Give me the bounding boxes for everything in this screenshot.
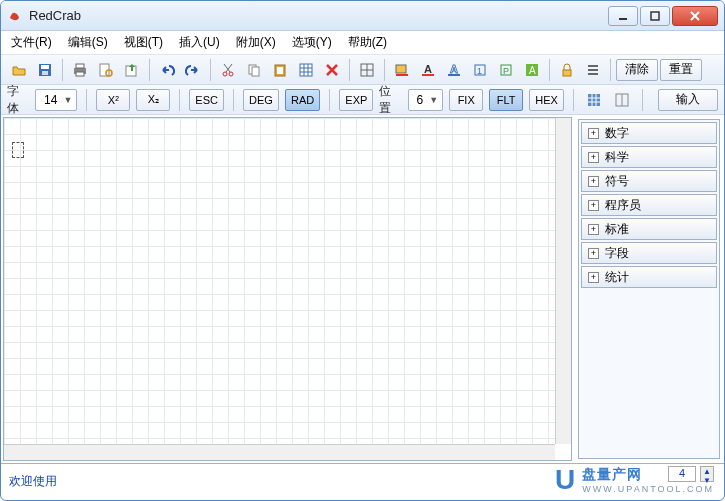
- grid-view-icon[interactable]: [583, 88, 605, 112]
- menu-view[interactable]: 视图(T): [124, 34, 163, 51]
- menubar: 文件(R) 编辑(S) 视图(T) 插入(U) 附加(X) 选项(Y) 帮助(Z…: [1, 31, 724, 55]
- text-cursor: [12, 142, 24, 158]
- open-icon[interactable]: [7, 58, 31, 82]
- font-color-icon[interactable]: A: [416, 58, 440, 82]
- category-label: 程序员: [605, 197, 641, 214]
- deg-button[interactable]: DEG: [243, 89, 279, 111]
- position-value: 6: [417, 93, 424, 107]
- format2-icon[interactable]: P: [494, 58, 518, 82]
- expand-icon: +: [588, 152, 599, 163]
- vertical-scrollbar[interactable]: [555, 118, 571, 444]
- svg-rect-6: [42, 71, 48, 75]
- export-icon[interactable]: [120, 58, 144, 82]
- expand-icon: +: [588, 200, 599, 211]
- category-fields[interactable]: +字段: [581, 242, 717, 264]
- highlight-icon[interactable]: A: [520, 58, 544, 82]
- position-dropdown[interactable]: 6 ▼: [408, 89, 444, 111]
- close-button[interactable]: [672, 6, 718, 26]
- grid-icon[interactable]: [294, 58, 318, 82]
- category-symbols[interactable]: +符号: [581, 170, 717, 192]
- view-mode-icon[interactable]: [611, 88, 633, 112]
- superscript-button[interactable]: X²: [96, 89, 130, 111]
- menu-edit[interactable]: 编辑(S): [68, 34, 108, 51]
- esc-button[interactable]: ESC: [189, 89, 224, 111]
- category-standard[interactable]: +标准: [581, 218, 717, 240]
- expand-icon: +: [588, 272, 599, 283]
- category-label: 统计: [605, 269, 629, 286]
- format1-icon[interactable]: 1: [468, 58, 492, 82]
- maximize-button[interactable]: [640, 6, 670, 26]
- minimize-button[interactable]: [608, 6, 638, 26]
- worksheet[interactable]: [3, 117, 572, 461]
- svg-rect-36: [448, 74, 460, 76]
- svg-rect-47: [588, 94, 600, 106]
- watermark: U 盘量产网 WWW.UPANTOOL.COM: [555, 464, 714, 496]
- svg-text:A: A: [450, 63, 458, 75]
- app-window: RedCrab 文件(R) 编辑(S) 视图(T) 插入(U) 附加(X) 选项…: [0, 0, 725, 501]
- font-size-dropdown[interactable]: 14 ▼: [35, 89, 77, 111]
- menu-help[interactable]: 帮助(Z): [348, 34, 387, 51]
- lock-icon[interactable]: [555, 58, 579, 82]
- svg-rect-5: [41, 65, 49, 69]
- exp-button[interactable]: EXP: [339, 89, 373, 111]
- horizontal-scrollbar[interactable]: [4, 444, 555, 460]
- input-button[interactable]: 输入: [658, 89, 718, 111]
- chevron-down-icon: ▼: [429, 95, 438, 105]
- menu-attach[interactable]: 附加(X): [236, 34, 276, 51]
- menu-options[interactable]: 选项(Y): [292, 34, 332, 51]
- table-icon[interactable]: [355, 58, 379, 82]
- category-science[interactable]: +科学: [581, 146, 717, 168]
- svg-rect-20: [277, 67, 283, 74]
- app-icon: [7, 8, 23, 24]
- category-statistics[interactable]: +统计: [581, 266, 717, 288]
- svg-rect-8: [76, 64, 84, 68]
- print-preview-icon[interactable]: [94, 58, 118, 82]
- side-panel: +数字 +科学 +符号 +程序员 +标准 +字段 +统计: [574, 115, 724, 463]
- svg-point-14: [229, 72, 233, 76]
- svg-rect-1: [651, 12, 659, 20]
- main-area: +数字 +科学 +符号 +程序员 +标准 +字段 +统计: [1, 115, 724, 463]
- svg-text:A: A: [529, 65, 536, 76]
- category-label: 科学: [605, 149, 629, 166]
- save-icon[interactable]: [33, 58, 57, 82]
- redo-icon[interactable]: [181, 58, 205, 82]
- cut-icon[interactable]: [216, 58, 240, 82]
- svg-rect-21: [300, 64, 312, 76]
- svg-rect-34: [422, 74, 434, 76]
- category-numbers[interactable]: +数字: [581, 122, 717, 144]
- category-programmer[interactable]: +程序员: [581, 194, 717, 216]
- flt-button[interactable]: FLT: [489, 89, 523, 111]
- expand-icon: +: [588, 224, 599, 235]
- svg-rect-9: [76, 72, 84, 76]
- paste-icon[interactable]: [268, 58, 292, 82]
- svg-rect-31: [396, 65, 406, 73]
- menu-insert[interactable]: 插入(U): [179, 34, 220, 51]
- position-label: 位置: [379, 83, 401, 117]
- border-color-icon[interactable]: A: [442, 58, 466, 82]
- titlebar[interactable]: RedCrab: [1, 1, 724, 31]
- window-title: RedCrab: [29, 8, 608, 23]
- reset-button[interactable]: 重置: [660, 59, 702, 81]
- print-icon[interactable]: [68, 58, 92, 82]
- fill-color-icon[interactable]: [390, 58, 414, 82]
- statusbar: 4 ▲▼ 欢迎使用 U 盘量产网 WWW.UPANTOOL.COM: [1, 463, 724, 498]
- svg-text:A: A: [424, 63, 432, 75]
- copy-icon[interactable]: [242, 58, 266, 82]
- svg-rect-32: [396, 74, 408, 76]
- delete-icon[interactable]: [320, 58, 344, 82]
- hex-button[interactable]: HEX: [529, 89, 564, 111]
- status-message: 欢迎使用: [9, 473, 57, 490]
- chevron-down-icon: ▼: [63, 95, 72, 105]
- clear-button[interactable]: 清除: [616, 59, 658, 81]
- menu-file[interactable]: 文件(R): [11, 34, 52, 51]
- subscript-button[interactable]: X₂: [136, 89, 170, 111]
- fix-button[interactable]: FIX: [449, 89, 483, 111]
- rad-button[interactable]: RAD: [285, 89, 320, 111]
- undo-icon[interactable]: [155, 58, 179, 82]
- menu-toggle-icon[interactable]: [581, 58, 605, 82]
- svg-rect-43: [563, 70, 571, 76]
- svg-point-13: [223, 72, 227, 76]
- category-label: 字段: [605, 245, 629, 262]
- category-label: 数字: [605, 125, 629, 142]
- grid-background: [4, 118, 555, 444]
